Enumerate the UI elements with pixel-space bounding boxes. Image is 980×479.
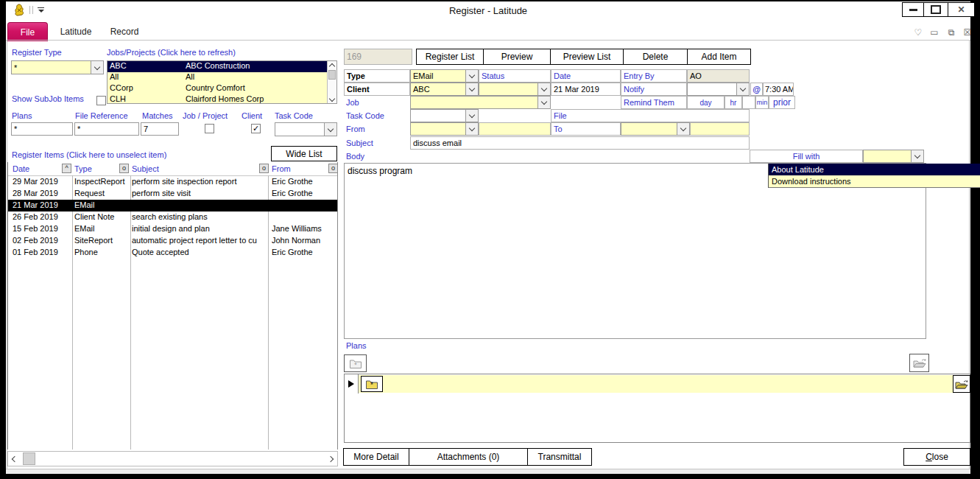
notify-combo[interactable] (687, 83, 750, 96)
job-project-checkbox[interactable] (205, 124, 214, 133)
sort-asc-button[interactable]: ^ (62, 164, 71, 173)
plans-filter-input[interactable]: * (11, 122, 73, 136)
plans-new-button[interactable]: * (344, 354, 367, 372)
jobs-list-item[interactable]: CLH Clairford Homes Corp (107, 94, 336, 104)
table-row[interactable]: 29 Mar 2019 InspectReport perform site i… (8, 176, 337, 188)
child-close-icon[interactable]: ☒ (961, 27, 974, 38)
more-detail-button[interactable]: More Detail (343, 448, 409, 466)
sort-button[interactable]: o (328, 164, 338, 173)
tab-file[interactable]: File (7, 22, 48, 41)
column-header-type[interactable]: Type (74, 164, 92, 173)
wide-list-button[interactable]: Wide List (271, 146, 337, 161)
table-row[interactable]: 28 Mar 2019 Request perform site visit E… (8, 188, 337, 200)
jobs-list-item[interactable]: CCorp Country Comfort (107, 83, 336, 94)
task-code-combo[interactable] (410, 109, 479, 122)
chevron-down-icon[interactable] (736, 83, 749, 95)
task-code-filter-combo[interactable] (275, 122, 337, 136)
register-list-button[interactable]: Register List (416, 49, 484, 65)
scroll-up-icon[interactable] (328, 61, 336, 69)
from-extra-field[interactable] (479, 122, 551, 136)
scrollbar-thumb[interactable] (328, 70, 336, 80)
remind-min-cell[interactable]: min (755, 96, 769, 109)
chevron-down-icon[interactable] (465, 110, 478, 122)
close-button[interactable]: Close (903, 448, 970, 466)
plans-row-new-button[interactable]: * (361, 376, 383, 392)
jobs-list-item[interactable]: ABC ABC Construction (107, 61, 336, 72)
chevron-down-icon[interactable] (911, 150, 923, 162)
scroll-left-icon[interactable] (8, 452, 21, 466)
from-combo[interactable] (410, 122, 479, 136)
fill-with-dropdown-list[interactable]: About Latitude Download instructions (768, 164, 980, 188)
table-row[interactable]: 26 Feb 2019 Client Note search existing … (8, 211, 337, 223)
chevron-down-icon[interactable] (324, 123, 336, 136)
sort-button[interactable]: o (259, 164, 269, 173)
add-item-button[interactable]: Add Item (687, 49, 751, 65)
remind-day-cell[interactable]: day (687, 96, 725, 109)
chevron-down-icon[interactable] (537, 97, 550, 108)
jobs-list-scrollbar[interactable] (327, 61, 336, 103)
jobs-projects-refresh-label[interactable]: Jobs/Projects (Click here to refresh) (107, 48, 236, 57)
table-horizontal-scrollbar[interactable] (7, 451, 338, 466)
delete-button[interactable]: Delete (623, 49, 688, 65)
scroll-right-icon[interactable] (324, 452, 337, 466)
register-type-combo[interactable]: * (11, 60, 104, 74)
type-combo[interactable]: EMail (410, 69, 479, 83)
remind-empty-cell[interactable] (742, 96, 755, 109)
chevron-down-icon[interactable] (91, 61, 103, 74)
window-close-button[interactable]: ✕ (948, 2, 975, 17)
to-extra-field[interactable] (690, 122, 750, 136)
matches-input[interactable]: 7 (141, 122, 179, 136)
sort-button[interactable]: o (119, 164, 129, 173)
fill-with-combo[interactable] (863, 150, 924, 163)
table-row-selected[interactable]: 21 Mar 2019 EMail (8, 200, 337, 211)
client-checkbox[interactable]: ✓ (251, 124, 261, 133)
file-reference-input[interactable]: * (74, 122, 139, 136)
dropdown-option[interactable]: Download instructions (769, 175, 980, 187)
table-row[interactable]: 15 Feb 2019 EMail initial design and pla… (8, 223, 337, 235)
table-row[interactable]: 02 Feb 2019 SiteReport automatic project… (8, 235, 337, 247)
client-combo[interactable]: ABC (410, 83, 479, 96)
register-items-table[interactable]: Date ^ Type o Subject o From o 29 Mar 20… (7, 162, 338, 450)
tab-record[interactable]: Record (105, 22, 144, 41)
chevron-down-icon[interactable] (465, 70, 478, 82)
job-combo[interactable] (410, 96, 551, 109)
heart-icon[interactable]: ♡ (912, 27, 925, 38)
status-combo[interactable] (479, 83, 551, 96)
scroll-down-icon[interactable] (328, 95, 336, 103)
window-minimize-button[interactable] (902, 2, 924, 17)
subject-field[interactable]: discuss email (410, 136, 750, 150)
child-restore-icon[interactable]: ⧉ (945, 27, 958, 38)
jobs-list-item[interactable]: All All (107, 72, 336, 83)
remind-hr-cell[interactable]: hr (725, 96, 742, 109)
transmittal-button[interactable]: Transmittal (527, 448, 592, 466)
date-value[interactable]: 21 Mar 2019 (551, 83, 621, 96)
plans-row-selector[interactable] (345, 374, 359, 394)
plans-row-field[interactable] (359, 375, 953, 393)
to-combo[interactable] (621, 122, 690, 136)
scrollbar-thumb[interactable] (23, 452, 35, 465)
show-subjob-checkbox[interactable] (96, 96, 106, 105)
column-header-from[interactable]: From (272, 164, 291, 173)
attachments-button[interactable]: Attachments (0) (409, 448, 528, 466)
preview-list-button[interactable]: Preview List (550, 49, 624, 65)
window-maximize-button[interactable] (923, 2, 948, 17)
plans-grid[interactable]: * (344, 374, 970, 443)
chevron-down-icon[interactable] (465, 83, 478, 95)
preview-button[interactable]: Preview (483, 49, 551, 65)
jobs-projects-list[interactable]: ABC ABC Construction All All CCorp Count… (107, 60, 337, 104)
dropdown-option-highlighted[interactable]: About Latitude (769, 164, 980, 175)
chevron-down-icon[interactable] (677, 123, 689, 135)
tab-latitude[interactable]: Latitude (54, 22, 97, 41)
body-textarea[interactable]: discuss program (344, 163, 926, 339)
child-minimize-icon[interactable]: ▭ (928, 27, 941, 38)
column-header-date[interactable]: Date (13, 164, 29, 173)
chevron-down-icon[interactable] (537, 83, 550, 95)
column-header-subject[interactable]: Subject (132, 164, 159, 173)
register-items-unselect-label[interactable]: Register Items (Click here to unselect i… (12, 150, 166, 159)
plans-row-open-button[interactable] (953, 375, 970, 393)
plans-open-button-disabled[interactable] (909, 354, 929, 372)
record-number-field[interactable]: 169 (344, 49, 412, 65)
chevron-down-icon[interactable] (465, 123, 478, 135)
notify-time-field[interactable]: 7:30 AM (763, 83, 794, 96)
table-row[interactable]: 01 Feb 2019 Phone Quote accepted Eric Gr… (8, 247, 337, 259)
